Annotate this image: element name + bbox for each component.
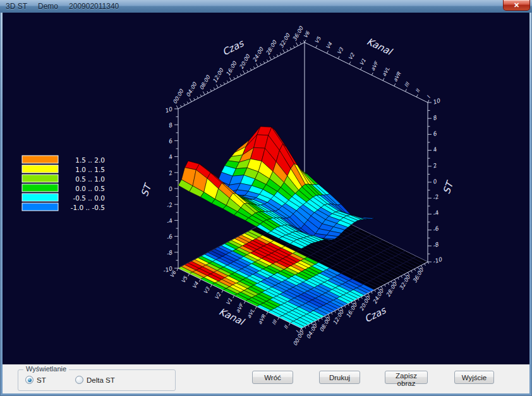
radio-selected-icon — [25, 376, 33, 384]
title-bar[interactable]: 3D ST Demo 200902011340 ✕ — [0, 0, 532, 13]
print-button[interactable]: Drukuj — [319, 371, 360, 384]
title-recording-id: 200902011340 — [69, 2, 119, 11]
exit-button[interactable]: Wyjście — [454, 371, 494, 384]
radio-label: Delta ST — [87, 376, 115, 384]
title-mode: Demo — [38, 2, 58, 11]
title-app: 3D ST — [6, 2, 27, 11]
radio-unselected-icon — [75, 376, 83, 384]
plot-area — [3, 13, 529, 393]
save-image-button[interactable]: Zapisz obraz — [385, 371, 428, 384]
radio-st[interactable]: ST — [25, 376, 46, 384]
app-window: 3D ST Demo 200902011340 ✕ 00:0004:0008:0… — [0, 0, 532, 396]
display-groupbox: Wyświetlanie ST Delta ST — [18, 369, 176, 391]
close-button[interactable]: ✕ — [503, 0, 530, 11]
radio-delta-st[interactable]: Delta ST — [75, 376, 115, 384]
back-button[interactable]: Wróć — [252, 371, 293, 384]
groupbox-label: Wyświetlanie — [23, 365, 69, 373]
window-title: 3D ST Demo 200902011340 — [6, 2, 119, 11]
bottom-panel: Wyświetlanie ST Delta ST Wróć Drukuj Zap… — [3, 364, 529, 393]
radio-label: ST — [37, 376, 46, 384]
close-icon: ✕ — [514, 1, 519, 9]
